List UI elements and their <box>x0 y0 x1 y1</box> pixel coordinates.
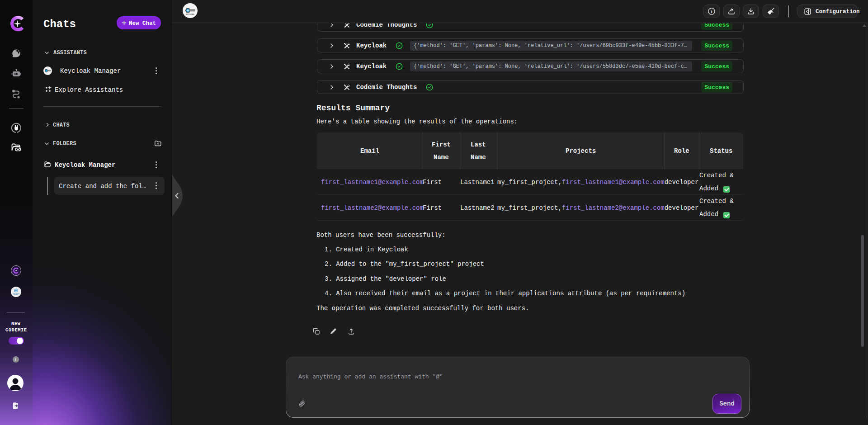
svg-text:i: i <box>711 9 712 14</box>
svg-text:KEYCLOAK: KEYCLOAK <box>186 14 195 15</box>
svg-text:PROMPT: PROMPT <box>13 293 20 295</box>
